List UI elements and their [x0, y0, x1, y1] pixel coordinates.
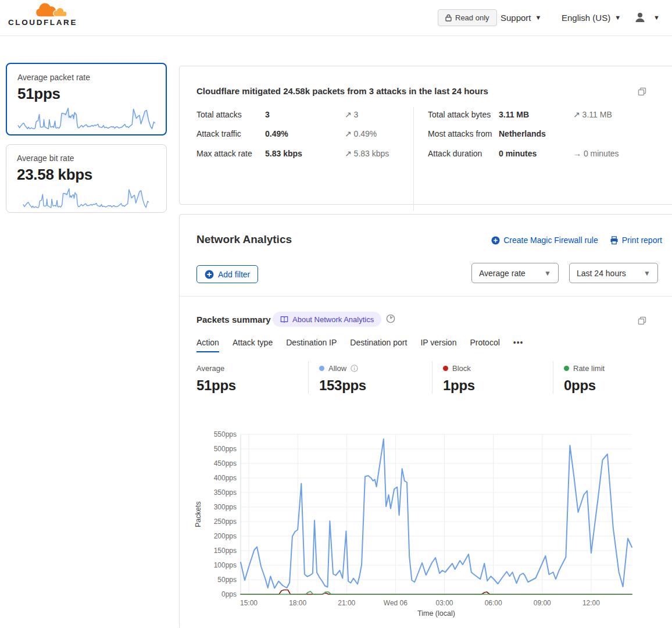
action-stat-tiles: Average51ppsAllow153ppsBlock1ppsRate lim… [196, 361, 661, 394]
stat-trend [573, 127, 619, 140]
print-report-label: Print report [622, 236, 662, 245]
lock-icon [445, 14, 452, 22]
svg-text:100pps: 100pps [214, 561, 237, 569]
stat-trend: ↗ 3.11 MB [573, 108, 619, 121]
info-icon[interactable] [351, 365, 358, 372]
svg-text:Wed 06: Wed 06 [384, 599, 408, 607]
tile-label: Block [443, 364, 553, 373]
network-analytics-title: Network Analytics [196, 233, 292, 246]
summary-stat-row: Total attack bytes3.11 MB↗ 3.11 MB [428, 108, 619, 121]
svg-text:Time (local): Time (local) [417, 609, 455, 618]
mitigation-summary-title: Cloudflare mitigated 24.58k packets from… [196, 86, 488, 96]
tabs-more-button[interactable]: ••• [513, 338, 524, 352]
about-network-analytics-badge[interactable]: About Network Analytics [273, 312, 381, 327]
plus-circle-icon [491, 236, 500, 245]
tile-label: Average [196, 364, 308, 373]
summary-stat-row: Max attack rate5.83 kbps↗ 5.83 kbps [196, 147, 389, 160]
dimension-tabs: ActionAttack typeDestination IPDestinati… [196, 338, 524, 352]
metric-card-label: Average bit rate [17, 154, 156, 163]
summary-stats-left: Total attacks3↗ 3Attack traffic0.49%↗ 0.… [196, 108, 389, 160]
tab-destination-port[interactable]: Destination port [350, 338, 407, 352]
tile-label: Allow [319, 364, 432, 373]
summary-stat-row: Most attacks fromNetherlands [428, 127, 619, 140]
tile-label-text: Allow [328, 364, 346, 373]
stat-value: 3 [265, 108, 345, 121]
history-clock-icon[interactable] [386, 314, 395, 323]
chevron-down-icon: ▼ [614, 15, 621, 21]
cloudflare-logo[interactable]: CLOUDFLARE [8, 3, 73, 27]
packets-chart: 0pps50pps100pps150pps200pps250pps300pps3… [192, 430, 634, 624]
svg-text:50pps: 50pps [217, 576, 237, 584]
chevron-down-icon: ▼ [653, 15, 660, 21]
summary-stat-row: Attack traffic0.49%↗ 0.49% [196, 127, 389, 140]
svg-text:400pps: 400pps [214, 474, 237, 482]
legend-dot-icon [319, 366, 324, 371]
svg-text:06:00: 06:00 [485, 599, 502, 607]
stat-label: Most attacks from [428, 127, 499, 140]
account-menu[interactable]: ▼ [634, 11, 660, 24]
svg-text:300pps: 300pps [214, 503, 237, 511]
tab-attack-type[interactable]: Attack type [233, 338, 273, 352]
time-range-value: Last 24 hours [577, 269, 626, 278]
tile-value: 1pps [443, 377, 553, 394]
legend-dot-icon [564, 366, 569, 371]
tab-destination-ip[interactable]: Destination IP [286, 338, 337, 352]
metric-select-value: Average rate [479, 269, 526, 278]
svg-text:350pps: 350pps [214, 488, 237, 497]
svg-text:12:00: 12:00 [582, 599, 600, 607]
stat-label: Total attacks [196, 108, 265, 121]
printer-icon [610, 236, 619, 245]
svg-text:250pps: 250pps [214, 518, 237, 526]
metric-select[interactable]: Average rate ▼ [471, 263, 559, 283]
time-range-select[interactable]: Last 24 hours ▼ [569, 263, 658, 283]
stat-value: 0.49% [265, 127, 345, 140]
chevron-down-icon: ▼ [544, 270, 551, 277]
stat-trend: ↗ 5.83 kbps [345, 147, 389, 160]
tile-value: 0pps [564, 377, 661, 394]
about-badge-label: About Network Analytics [292, 315, 374, 324]
svg-text:450pps: 450pps [214, 459, 237, 468]
cloudflare-logo-text: CLOUDFLARE [8, 18, 73, 27]
stat-trend: → 0 minutes [573, 147, 619, 160]
svg-text:Packets: Packets [194, 501, 202, 527]
tile-label-text: Rate limit [573, 364, 605, 373]
tab-ip-version[interactable]: IP version [420, 338, 456, 352]
network-analytics-card: Network Analytics Create Magic Firewall … [179, 214, 672, 628]
metric-card-bit-rate[interactable]: Average bit rate 23.58 kbps [6, 144, 167, 213]
tile-label: Rate limit [564, 364, 661, 373]
summary-divider [413, 107, 414, 210]
add-filter-button[interactable]: Add filter [196, 265, 258, 283]
copy-icon[interactable] [638, 87, 647, 97]
svg-text:21:00: 21:00 [338, 599, 355, 607]
language-menu[interactable]: English (US) ▼ [562, 13, 621, 23]
metric-card-value: 51pps [17, 85, 155, 103]
packets-chart-svg[interactable]: 0pps50pps100pps150pps200pps250pps300pps3… [192, 430, 634, 622]
summary-stat-row: Total attacks3↗ 3 [196, 108, 389, 121]
legend-dot-icon [443, 366, 448, 371]
stat-tile-allow: Allow153pps [308, 361, 432, 394]
create-magic-firewall-rule-link[interactable]: Create Magic Firewall rule [491, 236, 598, 245]
mitigation-summary-card: Cloudflare mitigated 24.58k packets from… [179, 66, 672, 205]
metric-card-packet-rate[interactable]: Average packet rate 51pps [6, 63, 167, 135]
svg-text:150pps: 150pps [214, 547, 237, 555]
print-report-link[interactable]: Print report [610, 236, 662, 245]
support-label: Support [501, 13, 531, 23]
tile-value: 153pps [319, 377, 432, 394]
stat-value: 5.83 kbps [265, 147, 345, 160]
read-only-badge: Read only [438, 9, 497, 26]
svg-text:550pps: 550pps [214, 430, 237, 438]
svg-text:15:00: 15:00 [240, 599, 258, 607]
support-menu[interactable]: Support ▼ [501, 13, 541, 23]
summary-stats-right: Total attack bytes3.11 MB↗ 3.11 MBMost a… [428, 108, 619, 160]
stat-trend: ↗ 0.49% [345, 127, 389, 140]
stat-label: Attack traffic [196, 127, 265, 140]
tile-value: 51pps [196, 377, 308, 394]
svg-text:09:00: 09:00 [534, 599, 551, 607]
stat-label: Total attack bytes [428, 108, 499, 121]
stat-trend: ↗ 3 [345, 108, 389, 121]
tab-protocol[interactable]: Protocol [470, 338, 499, 352]
book-icon [280, 316, 288, 323]
tab-action[interactable]: Action [196, 338, 219, 352]
bit-rate-sparkline [17, 185, 155, 210]
copy-icon[interactable] [638, 316, 647, 326]
